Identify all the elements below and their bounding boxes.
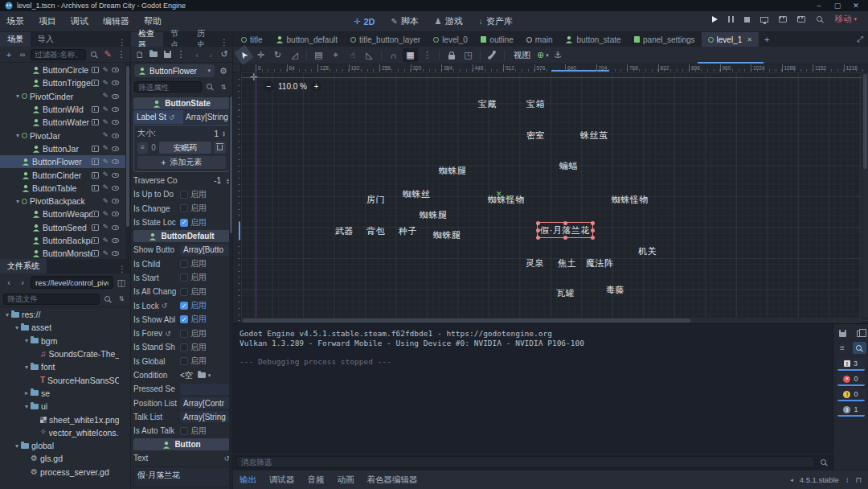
scene-object-label[interactable]: 机关 <box>638 245 657 257</box>
history-back-icon[interactable]: ‹ <box>191 49 203 60</box>
fs-item-res[interactable]: ▾res:// <box>0 308 130 321</box>
checkbox[interactable]: ✓ <box>180 219 188 227</box>
move-tool-icon[interactable]: ✛ <box>253 48 268 62</box>
log-search-icon[interactable] <box>853 342 866 354</box>
collapse-arrow-icon[interactable]: ▾ <box>23 403 31 410</box>
pivot-tool-icon[interactable]: ⌖ <box>328 48 343 62</box>
scene-object-label[interactable]: 宝箱 <box>526 98 545 110</box>
revert-icon[interactable]: ↺ <box>162 302 168 310</box>
eye-icon[interactable] <box>112 120 119 125</box>
value-button[interactable]: Array[String <box>180 411 230 422</box>
collapse-arrow-icon[interactable]: ▾ <box>3 311 11 318</box>
script-icon[interactable]: ✎ <box>102 80 108 87</box>
collapse-arrow-icon[interactable]: ▾ <box>14 132 22 139</box>
script-icon[interactable]: ✎ <box>102 211 108 218</box>
script-icon[interactable]: ✎ <box>102 171 108 179</box>
kebab-icon[interactable]: ⋮ <box>116 49 127 60</box>
selection-handle[interactable] <box>536 236 540 240</box>
scene-tab-title_button_layer[interactable]: title_button_layer <box>344 32 427 47</box>
eye-icon[interactable] <box>112 186 119 191</box>
instance-scene-icon[interactable]: ∞ <box>17 49 28 60</box>
film-icon[interactable] <box>92 119 99 125</box>
eye-icon[interactable] <box>112 134 119 138</box>
chevron-down-icon[interactable]: ▾ <box>208 372 211 379</box>
pause-button[interactable] <box>728 16 734 23</box>
scene-tab-level_1[interactable]: level_1✕ <box>702 32 759 47</box>
drag-handle-icon[interactable]: ≡ <box>137 142 148 154</box>
view-menu-button[interactable]: 视图 <box>509 50 535 61</box>
scene-object-label[interactable]: 毒藤 <box>606 284 624 296</box>
checkbox[interactable] <box>180 204 188 212</box>
canvas-hscrollbar[interactable] <box>241 318 862 323</box>
revert-icon[interactable]: ↺ <box>169 113 175 121</box>
load-resource-icon[interactable] <box>148 49 159 60</box>
collapse-arrow-icon[interactable]: ▾ <box>13 324 21 331</box>
warning-count[interactable]: !0 <box>837 388 865 401</box>
scene-node-PivotBackpack[interactable]: ▾PivotBackpack✎ <box>0 195 130 208</box>
scene-tab-level_0[interactable]: level_0 <box>427 32 474 47</box>
message-count[interactable]: !3 <box>837 358 865 371</box>
new-resource-icon[interactable]: 🗋 <box>134 49 145 60</box>
fs-item-font[interactable]: ▾font <box>0 360 130 373</box>
checkbox[interactable] <box>180 330 188 338</box>
script-icon[interactable]: ✎ <box>102 145 108 152</box>
value-button[interactable]: Array[Contr <box>180 397 230 409</box>
scene-object-label[interactable]: 房门 <box>366 194 385 206</box>
script-icon[interactable]: ✎ <box>102 92 108 100</box>
checkbox[interactable]: ✓ <box>180 302 188 310</box>
film-icon[interactable] <box>92 146 99 152</box>
edited-node-selector[interactable]: ButtonFlower ▾ <box>134 64 215 77</box>
scene-node-ButtonTable[interactable]: ButtonTable✎ <box>0 182 130 195</box>
checkbox-label[interactable]: 启用 <box>190 203 207 214</box>
bottom-tab-输出[interactable]: 输出 <box>240 475 256 486</box>
minimize-button[interactable]: – <box>812 2 826 10</box>
extra-resources-icon[interactable]: ⚙ <box>218 65 229 76</box>
scene-node-ButtonWater[interactable]: ButtonWater✎ <box>0 116 130 129</box>
film-icon[interactable] <box>92 172 99 179</box>
scene-node-ButtonBackpack[interactable]: ButtonBackpack✎ <box>0 234 130 247</box>
close-button[interactable]: ✕ <box>849 2 863 10</box>
kebab-icon[interactable]: ⋮ <box>114 38 130 47</box>
2d-canvas[interactable]: ✛ − 110.0 % + 假·月落兰花 宝藏宝箱密室蛛丝茧蜘蛛腿蝙蝠蜘蛛丝房门… <box>241 72 868 323</box>
group-icon[interactable]: ◳ <box>461 48 476 62</box>
selection-handle[interactable] <box>591 221 595 225</box>
info-count[interactable]: i1 <box>837 404 865 417</box>
scene-node-PivotJar[interactable]: ▾PivotJar✎ <box>0 129 130 142</box>
checkbox-label[interactable]: 启用 <box>190 258 207 269</box>
pan-tool-icon[interactable]: ☝ <box>345 48 360 62</box>
scene-object-label[interactable]: 背包 <box>366 225 385 237</box>
property-tools-icon[interactable]: ⇅ <box>218 81 229 92</box>
checkbox[interactable] <box>180 357 188 365</box>
play-custom-scene-button[interactable] <box>797 16 805 23</box>
stop-button[interactable] <box>744 17 750 23</box>
fs-item-se[interactable]: ▸se <box>0 387 130 400</box>
bottom-tab-动画[interactable]: 动画 <box>338 475 354 486</box>
play-button[interactable] <box>712 16 718 23</box>
scene-node-ButtonWild[interactable]: ButtonWild✎ <box>0 103 130 116</box>
scene-object-label[interactable]: 焦土 <box>558 257 576 269</box>
workspace-脚本[interactable]: ✎脚本 <box>391 15 418 27</box>
scene-object-label[interactable]: 蜘蛛腿 <box>420 209 448 221</box>
scene-object-label[interactable]: 蜘蛛丝 <box>403 188 431 200</box>
fs-item-bgm[interactable]: ▾bgm <box>0 335 130 347</box>
scene-object-label[interactable]: 蜘蛛腿 <box>433 229 461 241</box>
value-button[interactable] <box>180 384 230 395</box>
scene-object-label[interactable]: 蜘蛛怪物 <box>612 194 649 206</box>
scene-node-ButtonCircle[interactable]: ButtonCircle✎ <box>0 64 130 76</box>
checkbox[interactable] <box>180 288 188 296</box>
array-size-value[interactable]: 1 <box>159 129 219 138</box>
inspector-scrollbar[interactable] <box>229 95 232 489</box>
add-element-button[interactable]: +添加元素 <box>137 156 226 169</box>
selection-handle[interactable] <box>563 221 567 225</box>
checkbox[interactable] <box>180 427 188 435</box>
checkbox-label[interactable]: 启用 <box>190 189 207 200</box>
fs-item-sheet_white1x.png[interactable]: sheet_white1x.png <box>0 413 130 425</box>
save-resource-icon[interactable] <box>162 49 173 60</box>
scene-object-label[interactable]: 武器 <box>335 225 354 237</box>
fs-item-SourceHanSansSC-Norm...[interactable]: TSourceHanSansSC-Norm... <box>0 373 130 386</box>
save-log-icon[interactable] <box>836 327 850 339</box>
section-header-ButtonState[interactable]: ButtonState <box>133 97 230 109</box>
eye-icon[interactable] <box>112 94 119 99</box>
bone-icon[interactable] <box>485 48 500 62</box>
checkbox[interactable] <box>180 191 188 199</box>
